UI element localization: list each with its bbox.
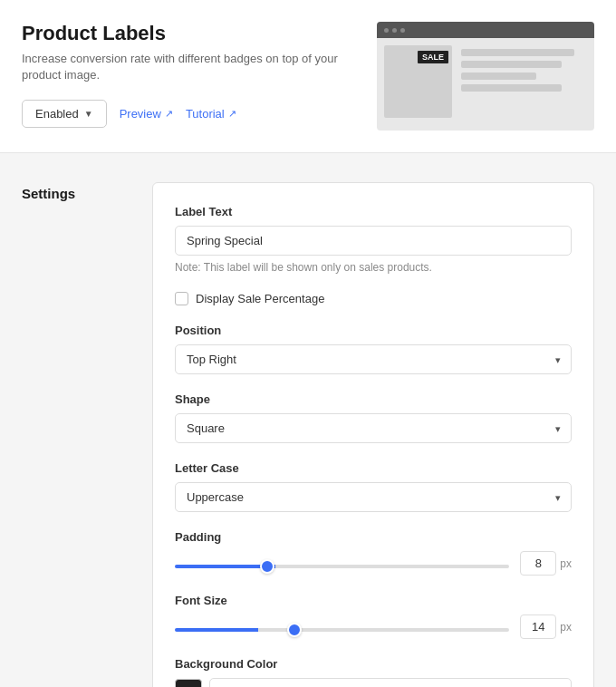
letter-case-select[interactable]: Uppercase Lowercase Capitalize bbox=[175, 482, 572, 512]
page-subtitle: Increase conversion rate with different … bbox=[22, 51, 359, 83]
sale-badge: SALE bbox=[418, 51, 448, 63]
background-color-swatch[interactable] bbox=[175, 679, 202, 688]
page-wrapper: Product Labels Increase conversion rate … bbox=[0, 0, 616, 687]
mockup-top-bar bbox=[377, 22, 594, 38]
label-text-input[interactable] bbox=[175, 226, 572, 256]
mockup-dot bbox=[384, 28, 389, 33]
mockup-line bbox=[461, 84, 562, 92]
padding-slider-row: px bbox=[175, 551, 572, 576]
preview-mockup: SALE bbox=[377, 22, 594, 131]
mockup-image-area: SALE bbox=[384, 45, 452, 118]
mockup-line bbox=[461, 49, 574, 56]
letter-case-label: Letter Case bbox=[175, 461, 572, 475]
mockup-dot bbox=[400, 28, 405, 33]
padding-unit: px bbox=[560, 557, 572, 570]
header-actions: Enabled ▼ Preview ↗ Tutorial ↗ bbox=[22, 100, 359, 128]
tutorial-link[interactable]: Tutorial ↗ bbox=[186, 107, 236, 121]
mockup-body: SALE bbox=[377, 38, 594, 125]
enabled-button[interactable]: Enabled ▼ bbox=[22, 100, 107, 128]
position-group: Position Top Right Top Left Bottom Right… bbox=[175, 324, 572, 374]
page-title: Product Labels bbox=[22, 22, 359, 45]
padding-slider-wrapper bbox=[175, 556, 509, 571]
font-size-group: Font Size px bbox=[175, 594, 572, 639]
chevron-down-icon: ▼ bbox=[84, 109, 93, 119]
shape-select-wrapper: Square Circle Rounded ▾ bbox=[175, 413, 572, 443]
position-select-wrapper: Top Right Top Left Bottom Right Bottom L… bbox=[175, 344, 572, 374]
mockup-line bbox=[461, 73, 536, 80]
settings-section: Settings Label Text Note: This label wil… bbox=[0, 153, 616, 687]
font-size-slider[interactable] bbox=[175, 628, 509, 632]
position-label: Position bbox=[175, 324, 572, 337]
font-size-label: Font Size bbox=[175, 594, 572, 607]
background-color-row bbox=[175, 678, 572, 687]
external-link-icon: ↗ bbox=[228, 108, 236, 120]
font-size-slider-wrapper bbox=[175, 620, 509, 634]
mockup-lines bbox=[461, 45, 587, 118]
settings-label: Settings bbox=[22, 182, 130, 687]
padding-group: Padding px bbox=[175, 530, 572, 576]
mockup-line bbox=[461, 61, 562, 68]
font-size-unit: px bbox=[560, 621, 572, 634]
label-text-group: Label Text Note: This label will be show… bbox=[175, 205, 572, 274]
preview-link[interactable]: Preview ↗ bbox=[120, 107, 173, 121]
shape-select[interactable]: Square Circle Rounded bbox=[175, 413, 572, 443]
padding-slider[interactable] bbox=[175, 565, 509, 568]
settings-panel: Label Text Note: This label will be show… bbox=[152, 182, 594, 687]
header-left: Product Labels Increase conversion rate … bbox=[22, 22, 359, 128]
checkbox-row: Display Sale Percentage bbox=[175, 292, 572, 305]
font-size-value-box: px bbox=[520, 614, 572, 639]
letter-case-group: Letter Case Uppercase Lowercase Capitali… bbox=[175, 461, 572, 512]
padding-value-box: px bbox=[520, 551, 572, 576]
display-sale-percentage-checkbox[interactable] bbox=[175, 292, 188, 305]
letter-case-select-wrapper: Uppercase Lowercase Capitalize ▾ bbox=[175, 482, 572, 512]
font-size-value-input[interactable] bbox=[520, 614, 556, 639]
external-link-icon: ↗ bbox=[165, 108, 173, 120]
shape-label: Shape bbox=[175, 392, 572, 406]
font-size-slider-row: px bbox=[175, 614, 572, 639]
display-sale-percentage-label[interactable]: Display Sale Percentage bbox=[196, 292, 324, 305]
padding-value-input[interactable] bbox=[520, 551, 556, 576]
padding-label: Padding bbox=[175, 530, 572, 544]
header-section: Product Labels Increase conversion rate … bbox=[0, 0, 616, 153]
shape-group: Shape Square Circle Rounded ▾ bbox=[175, 392, 572, 443]
position-select[interactable]: Top Right Top Left Bottom Right Bottom L… bbox=[175, 344, 572, 374]
preview-area: SALE bbox=[377, 22, 594, 131]
background-color-label: Background Color bbox=[175, 657, 572, 671]
background-color-input[interactable] bbox=[209, 678, 572, 687]
label-text-label: Label Text bbox=[175, 205, 572, 218]
display-sale-percentage-group: Display Sale Percentage bbox=[175, 292, 572, 305]
background-color-group: Background Color bbox=[175, 657, 572, 687]
label-text-note: Note: This label will be shown only on s… bbox=[175, 261, 572, 274]
mockup-dot bbox=[392, 28, 397, 33]
